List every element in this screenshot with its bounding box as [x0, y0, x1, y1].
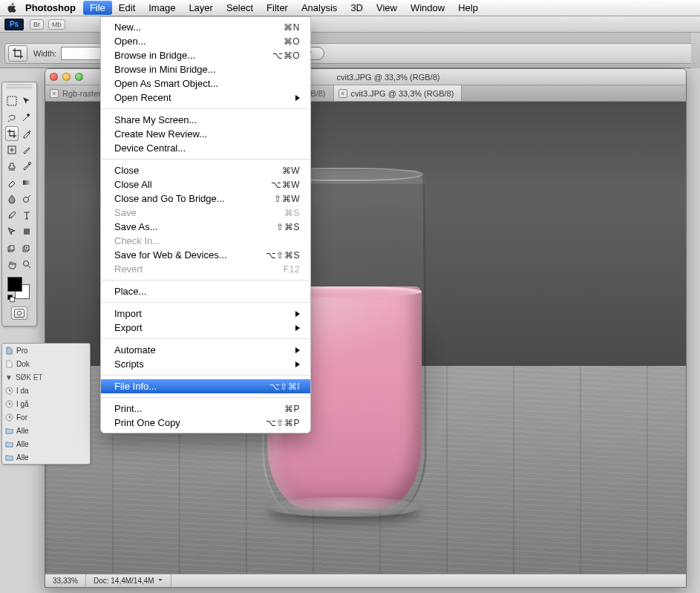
menu-image[interactable]: Image	[142, 1, 182, 15]
minibridge-item[interactable]: For	[2, 410, 90, 424]
submenu-arrow-icon	[295, 361, 300, 367]
menu-select[interactable]: Select	[220, 1, 260, 15]
file-menu-item[interactable]: Save for Web & Devices...⌥⇧⌘S	[101, 248, 310, 262]
file-menu-item[interactable]: Create New Review...	[101, 127, 310, 141]
minibridge-item[interactable]: Alle	[2, 424, 90, 437]
active-tool-crop-icon[interactable]	[8, 45, 27, 62]
status-flyout-icon	[157, 577, 163, 585]
tool-dodge[interactable]	[20, 191, 33, 206]
minibridge-item[interactable]: Dok	[2, 357, 90, 370]
tool-move[interactable]	[20, 94, 33, 108]
submenu-arrow-icon	[295, 325, 300, 331]
file-menu-item[interactable]: Print...⌘P	[101, 402, 310, 416]
menu-help[interactable]: Help	[451, 1, 485, 15]
tool-wand[interactable]	[20, 110, 33, 125]
close-tab-icon[interactable]: ×	[338, 89, 347, 98]
close-tab-icon[interactable]: ×	[50, 89, 59, 98]
3d-icon	[7, 243, 17, 253]
tool-path[interactable]	[5, 224, 19, 239]
file-menu-item[interactable]: Open As Smart Object...	[101, 76, 310, 91]
tool-marquee[interactable]	[5, 94, 19, 108]
file-menu-item[interactable]: Device Central...	[101, 141, 310, 155]
minibridge-item[interactable]: I gå	[2, 397, 90, 410]
file-menu-item[interactable]: Automate	[101, 343, 310, 357]
file-menu-item[interactable]: Import	[101, 307, 310, 321]
menu-item-shortcut: ⌥⇧⌘P	[266, 418, 300, 428]
type-icon	[22, 210, 32, 220]
file-menu-item[interactable]: Close⌘W	[101, 163, 310, 177]
tool-type[interactable]	[20, 208, 33, 223]
file-menu-item[interactable]: Share My Screen...	[101, 113, 310, 127]
tool-crop[interactable]	[5, 126, 19, 141]
menu-separator	[102, 108, 310, 109]
quickmask-button[interactable]	[11, 307, 27, 320]
file-menu-item[interactable]: File Info...⌥⇧⌘I	[101, 379, 310, 393]
menu-item-label: Open Recent	[114, 92, 291, 103]
close-window-icon[interactable]	[50, 73, 58, 81]
app-name: Photoshop	[25, 2, 76, 13]
reset-swatches-icon[interactable]	[7, 295, 15, 302]
tool-eyedrop[interactable]	[20, 126, 33, 141]
file-menu-item[interactable]: New...⌘N	[101, 20, 310, 34]
gradient-icon	[22, 177, 32, 188]
tool-pen[interactable]	[5, 208, 19, 223]
menu-filter[interactable]: Filter	[260, 1, 295, 15]
file-menu-item[interactable]: Scripts	[101, 357, 310, 371]
file-menu-item[interactable]: Close All⌥⌘W	[101, 177, 310, 191]
file-menu-item[interactable]: Export	[101, 321, 310, 335]
tool-3dcam[interactable]	[20, 240, 33, 255]
tool-shape[interactable]	[20, 224, 33, 239]
minibridge-item[interactable]: Alle	[2, 451, 90, 464]
svg-point-7	[24, 261, 29, 266]
file-menu-item[interactable]: Browse in Mini Bridge...	[101, 62, 310, 76]
file-menu-item[interactable]: Open Recent	[101, 91, 310, 105]
minibridge-item[interactable]: Alle	[2, 437, 90, 451]
move-icon	[22, 96, 32, 106]
tool-zoom[interactable]	[20, 257, 33, 272]
file-menu-item[interactable]: Print One Copy⌥⇧⌘P	[101, 416, 310, 430]
file-menu-item[interactable]: Close and Go To Bridge...⇧⌘W	[101, 191, 310, 206]
tool-eraser[interactable]	[5, 175, 19, 190]
tab-label: Rgb-raster	[62, 89, 101, 98]
tool-gradient[interactable]	[20, 175, 33, 190]
eraser-icon	[7, 177, 17, 188]
toolbox	[1, 82, 37, 327]
tool-heal[interactable]	[5, 142, 19, 157]
menu-window[interactable]: Window	[404, 1, 451, 15]
menu-item-label: Close and Go To Bridge...	[114, 193, 274, 204]
tool-brush[interactable]	[20, 142, 33, 157]
brush-icon	[22, 145, 32, 155]
zoom-window-icon[interactable]	[75, 73, 83, 81]
minibridge-item[interactable]: I da	[2, 384, 90, 397]
status-docsize[interactable]: Doc: 14,4M/14,4M	[86, 574, 171, 587]
menu-item-shortcut: F12	[284, 264, 300, 275]
bridge-chip[interactable]: Br	[30, 19, 44, 30]
minimize-window-icon[interactable]	[62, 73, 71, 81]
menu-layer[interactable]: Layer	[182, 1, 220, 15]
minibridge-chip[interactable]: Mb	[48, 19, 65, 30]
menu-item-label: Revert	[114, 263, 284, 275]
file-menu-item[interactable]: Open...⌘O	[101, 34, 310, 48]
file-menu-item[interactable]: Place...	[101, 284, 310, 298]
tool-3d[interactable]	[5, 240, 19, 255]
minibridge-item[interactable]: Pro	[2, 344, 90, 357]
menu-view[interactable]: View	[370, 1, 404, 15]
hand-icon	[7, 259, 17, 269]
menu-item-label: Import	[114, 308, 291, 319]
file-menu-item[interactable]: Browse in Bridge...⌥⌘O	[101, 48, 310, 62]
tool-stamp[interactable]	[5, 159, 19, 174]
tool-hand[interactable]	[5, 257, 19, 272]
file-menu-item[interactable]: Save As...⇧⌘S	[101, 220, 310, 234]
document-tab[interactable]: ×cvit3.JPG @ 33,3% (RGB/8)	[334, 85, 462, 101]
menu-file[interactable]: File	[83, 1, 112, 15]
menu-3d[interactable]: 3D	[344, 1, 370, 15]
tool-blur[interactable]	[5, 191, 19, 206]
menu-analysis[interactable]: Analysis	[295, 1, 344, 15]
menu-edit[interactable]: Edit	[112, 1, 142, 15]
foreground-swatch[interactable]	[7, 277, 22, 292]
apple-menu-icon[interactable]	[6, 2, 18, 14]
status-zoom[interactable]: 33,33%	[45, 574, 86, 587]
toolbox-grip[interactable]	[6, 84, 33, 90]
tool-lasso[interactable]	[5, 110, 19, 125]
tool-history[interactable]	[20, 159, 33, 174]
